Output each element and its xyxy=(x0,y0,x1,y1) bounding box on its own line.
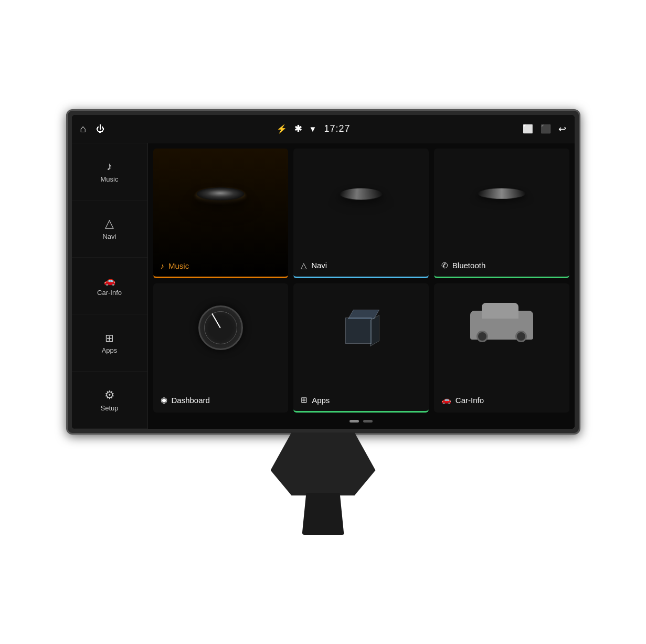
sidebar-item-car-info[interactable]: 🚗 Car-Info xyxy=(72,258,147,315)
sidebar-navi-label: Navi xyxy=(102,233,116,240)
sidebar-item-apps[interactable]: ⊞ Apps xyxy=(72,314,147,372)
device-wrapper: ⌂ ⏻ ⚡ ✱ ▼ 17:27 ⬜ ⬛ ↩ xyxy=(66,109,580,535)
apps-tile-label: ⊞ Apps xyxy=(301,395,330,405)
top-bar-left: ⌂ ⏻ xyxy=(80,123,104,135)
sidebar-music-label: Music xyxy=(101,175,119,183)
main-content: ♪ Music △ Navi 🚗 Car-Info ⊞ Apps xyxy=(72,143,575,429)
home-icon[interactable]: ⌂ xyxy=(80,123,87,135)
grid-tile-dashboard[interactable]: ◉ Dashboard xyxy=(153,283,289,413)
screen-record-icon[interactable]: ⬜ xyxy=(523,124,533,134)
top-bar: ⌂ ⏻ ⚡ ✱ ▼ 17:27 ⬜ ⬛ ↩ xyxy=(72,115,575,143)
grid-row-1: ♪ Music △ Navi xyxy=(153,149,569,278)
car-info-tile-label: 🚗 Car-Info xyxy=(441,395,484,405)
mount-bottom xyxy=(302,493,344,535)
usb-icon: ⚡ xyxy=(277,124,287,134)
grid-tile-bluetooth[interactable]: ✆ Bluetooth xyxy=(434,149,569,278)
music-tile-label: ♪ Music xyxy=(161,261,189,270)
sidebar: ♪ Music △ Navi 🚗 Car-Info ⊞ Apps xyxy=(72,143,148,429)
apps-tile-icon: ⊞ xyxy=(301,395,308,405)
pagination-dot-2[interactable] xyxy=(363,420,373,423)
apps-icon: ⊞ xyxy=(105,332,114,344)
dashboard-tile-icon: ◉ xyxy=(161,395,167,405)
gauge-needle xyxy=(211,313,221,329)
music-icon: ♪ xyxy=(107,160,112,173)
sidebar-item-music[interactable]: ♪ Music xyxy=(72,143,147,200)
bluetooth-visual-container xyxy=(434,149,569,238)
grid-tile-navi[interactable]: △ Navi xyxy=(293,149,429,278)
car-info-icon: 🚗 xyxy=(104,275,115,287)
car-roof xyxy=(482,303,518,319)
dashboard-visual xyxy=(153,283,289,373)
navi-shape xyxy=(337,188,384,199)
cast-icon[interactable]: ⬛ xyxy=(541,124,551,134)
bluetooth-tile-label: ✆ Bluetooth xyxy=(441,261,485,270)
bluetooth-shape xyxy=(476,188,527,199)
sidebar-apps-label: Apps xyxy=(102,346,118,354)
car-info-tile-icon: 🚗 xyxy=(441,395,451,405)
grid-tile-car-info[interactable]: 🚗 Car-Info xyxy=(434,283,569,413)
navi-tile-label: △ Navi xyxy=(301,261,327,270)
navi-icon: △ xyxy=(105,217,114,230)
grid-area: ♪ Music △ Navi xyxy=(148,143,575,429)
car-wheel-left xyxy=(476,331,488,342)
navi-tile-icon: △ xyxy=(301,261,307,270)
apps-visual xyxy=(293,283,429,373)
sidebar-item-navi[interactable]: △ Navi xyxy=(72,200,147,258)
pagination-dot-1[interactable] xyxy=(350,420,359,423)
top-bar-right: ⬜ ⬛ ↩ xyxy=(523,123,566,135)
gauge-shape xyxy=(198,305,243,350)
navi-visual-container xyxy=(293,149,429,238)
disc-shape xyxy=(194,187,247,200)
cube-front-face xyxy=(345,318,372,344)
car-body xyxy=(470,311,533,340)
screen-bezel: ⌂ ⏻ ⚡ ✱ ▼ 17:27 ⬜ ⬛ ↩ xyxy=(66,109,580,435)
back-icon[interactable]: ↩ xyxy=(558,123,566,135)
bluetooth-tile-icon: ✆ xyxy=(441,261,448,270)
sidebar-item-setup[interactable]: ⚙ Setup xyxy=(72,372,147,429)
sidebar-car-info-label: Car-Info xyxy=(97,289,122,297)
grid-tile-music[interactable]: ♪ Music xyxy=(153,149,289,278)
top-bar-center: ⚡ ✱ ▼ 17:27 xyxy=(104,123,523,134)
wifi-icon: ▼ xyxy=(309,124,317,133)
car-wheel-right xyxy=(515,331,527,342)
screen: ⌂ ⏻ ⚡ ✱ ▼ 17:27 ⬜ ⬛ ↩ xyxy=(72,115,575,429)
cube-shape xyxy=(343,310,379,346)
mount-bracket xyxy=(271,432,376,495)
car-visual-container xyxy=(434,283,569,373)
grid-tile-apps[interactable]: ⊞ Apps xyxy=(293,283,429,413)
pagination xyxy=(153,418,569,424)
bluetooth-icon: ✱ xyxy=(294,123,302,134)
sidebar-setup-label: Setup xyxy=(101,404,119,412)
power-icon[interactable]: ⏻ xyxy=(96,124,104,134)
grid-row-2: ◉ Dashboard xyxy=(153,283,569,413)
music-visual xyxy=(153,149,289,238)
cube-right-face xyxy=(370,315,379,346)
time-display: 17:27 xyxy=(324,123,350,134)
music-tile-icon: ♪ xyxy=(161,261,165,270)
dashboard-tile-label: ◉ Dashboard xyxy=(161,395,210,405)
setup-icon: ⚙ xyxy=(104,388,115,402)
car-shape xyxy=(468,308,536,347)
